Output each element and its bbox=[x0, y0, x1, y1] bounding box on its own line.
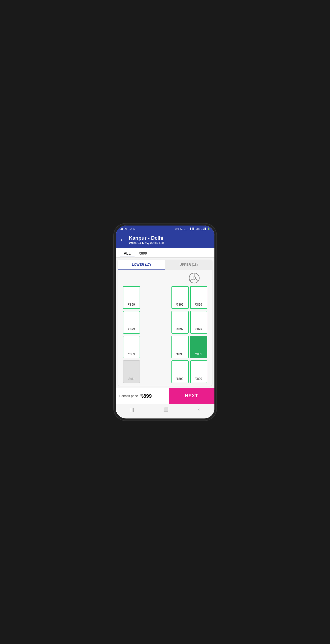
home-icon[interactable]: ⬜ bbox=[163, 407, 168, 412]
deck-tabs: LOWER (17) UPPER (18) bbox=[118, 260, 212, 270]
seat-row-2: ₹899 ₹899 ₹899 bbox=[123, 311, 207, 334]
nav-bar: ||| ⬜ ‹ bbox=[116, 404, 214, 415]
seat-3R2[interactable]: ₹899 bbox=[190, 336, 207, 358]
upper-deck-label: UPPER (18) bbox=[180, 263, 198, 266]
next-button[interactable]: NEXT bbox=[169, 388, 214, 404]
seat-2R1[interactable]: ₹899 bbox=[171, 311, 189, 334]
seat-4R2[interactable]: ₹899 bbox=[190, 360, 207, 383]
tab-all[interactable]: ALL bbox=[120, 248, 135, 257]
bus-layout: ₹899 ₹899 ₹899 bbox=[118, 270, 212, 386]
route-title: Kanpur - Delhi bbox=[129, 235, 164, 241]
tab-all-label: ALL bbox=[124, 251, 131, 255]
seat-group-right-3: ₹899 ₹899 bbox=[171, 336, 207, 358]
tab-price[interactable]: ₹899 bbox=[135, 248, 151, 257]
seat-4R2-price: ₹899 bbox=[195, 377, 202, 381]
lower-deck-label: LOWER (17) bbox=[132, 263, 151, 266]
seat-1R1[interactable]: ₹899 bbox=[171, 286, 189, 309]
status-icons: \ ⊙ ⊛ • bbox=[129, 228, 137, 231]
tab-price-label: ₹899 bbox=[139, 251, 147, 255]
menu-icon[interactable]: ||| bbox=[130, 407, 134, 412]
seat-2R1-price: ₹899 bbox=[176, 328, 183, 331]
svg-line-4 bbox=[195, 279, 199, 281]
journey-datetime: Wed, 04 Nov, 09:40 PM bbox=[129, 241, 164, 245]
seat-3R2-price: ₹899 bbox=[195, 352, 202, 356]
seat-1L[interactable]: ₹899 bbox=[123, 286, 140, 309]
seats-grid: ₹899 ₹899 ₹899 bbox=[123, 286, 207, 383]
seat-group-right-1: ₹899 ₹899 bbox=[171, 286, 207, 309]
seat-group-left-1: ₹899 bbox=[123, 286, 140, 309]
seat-group-right-4: ₹899 ₹899 bbox=[171, 360, 207, 383]
header-text: Kanpur - Delhi Wed, 04 Nov, 09:40 PM bbox=[129, 235, 164, 245]
seat-group-left-2: ₹899 bbox=[123, 311, 140, 334]
seat-1R2-price: ₹899 bbox=[195, 303, 202, 306]
time-display: 20:29 bbox=[120, 228, 127, 231]
steering-row bbox=[123, 273, 207, 284]
seat-row-1: ₹899 ₹899 ₹899 bbox=[123, 286, 207, 309]
seat-3L-price: ₹899 bbox=[128, 352, 135, 356]
seat-4L-price: Sold bbox=[128, 377, 134, 381]
seat-count-label: 1 seat's price bbox=[119, 394, 138, 398]
price-section: 1 seat's price ₹899 bbox=[116, 393, 169, 399]
total-price: ₹899 bbox=[140, 393, 152, 399]
seat-4R1[interactable]: ₹899 bbox=[171, 360, 189, 383]
seat-1R1-price: ₹899 bbox=[176, 303, 183, 306]
svg-point-1 bbox=[193, 277, 195, 279]
seat-3R1-price: ₹899 bbox=[176, 352, 183, 356]
svg-line-3 bbox=[190, 279, 193, 281]
seat-1R2[interactable]: ₹899 bbox=[190, 286, 207, 309]
upper-deck-tab[interactable]: UPPER (18) bbox=[165, 260, 212, 270]
network-icons: Vol) 4GLTE1 ↑↓ ▌▌▌ Vol)LTE2▌▌ 🔋 bbox=[175, 228, 210, 231]
seat-group-left-3: ₹899 bbox=[123, 336, 140, 358]
seat-4R1-price: ₹899 bbox=[176, 377, 183, 381]
seat-row-3: ₹899 ₹899 ₹899 bbox=[123, 336, 207, 358]
header: ← Kanpur - Delhi Wed, 04 Nov, 09:40 PM bbox=[116, 233, 214, 248]
back-button[interactable]: ← bbox=[120, 237, 125, 243]
seat-2L[interactable]: ₹899 bbox=[123, 311, 140, 334]
seat-row-4: Sold ₹899 ₹899 bbox=[123, 360, 207, 383]
lower-deck-tab[interactable]: LOWER (17) bbox=[118, 260, 165, 270]
seat-1L-price: ₹899 bbox=[128, 303, 135, 306]
status-bar: 20:29 \ ⊙ ⊛ • Vol) 4GLTE1 ↑↓ ▌▌▌ Vol)LTE… bbox=[116, 226, 214, 233]
seat-group-left-4: Sold bbox=[123, 360, 140, 383]
seat-layout-container: LOWER (17) UPPER (18) bbox=[118, 260, 212, 386]
steering-wheel-icon bbox=[189, 273, 200, 284]
seat-2L-price: ₹899 bbox=[128, 328, 135, 331]
seat-4L: Sold bbox=[123, 360, 140, 383]
back-nav-icon[interactable]: ‹ bbox=[198, 406, 200, 413]
phone-frame: 20:29 \ ⊙ ⊛ • Vol) 4GLTE1 ↑↓ ▌▌▌ Vol)LTE… bbox=[116, 226, 214, 418]
tab-bar: ALL ₹899 bbox=[116, 248, 214, 258]
seat-group-right-2: ₹899 ₹899 bbox=[171, 311, 207, 334]
seat-3R1[interactable]: ₹899 bbox=[171, 336, 189, 358]
status-right-icons: Vol) 4GLTE1 ↑↓ ▌▌▌ Vol)LTE2▌▌ 🔋 bbox=[175, 228, 210, 231]
seat-2R2-price: ₹899 bbox=[195, 328, 202, 331]
seat-3L[interactable]: ₹899 bbox=[123, 336, 140, 358]
status-time: 20:29 \ ⊙ ⊛ • bbox=[120, 228, 137, 231]
seat-2R2[interactable]: ₹899 bbox=[190, 311, 207, 334]
bottom-bar: 1 seat's price ₹899 NEXT bbox=[116, 388, 214, 404]
